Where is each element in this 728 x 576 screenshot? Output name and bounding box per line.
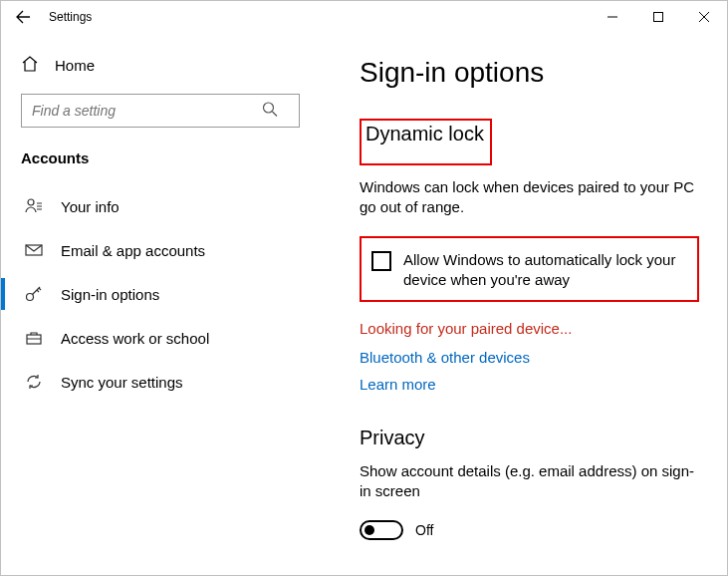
sync-icon [25, 373, 43, 391]
close-icon [699, 12, 709, 22]
home-icon [21, 55, 39, 76]
sidebar-item-label: Sync your settings [61, 374, 183, 391]
person-icon [25, 197, 43, 215]
pairing-status: Looking for your paired device... [360, 320, 699, 337]
search-input[interactable] [21, 94, 300, 128]
sidebar-item-label: Email & app accounts [61, 242, 205, 259]
search-wrap [21, 94, 328, 128]
sidebar: Home Accounts Your info Email & app [1, 33, 340, 575]
svg-rect-1 [654, 13, 663, 22]
privacy-toggle-row: Off [360, 520, 699, 540]
privacy-heading: Privacy [360, 427, 699, 449]
home-label: Home [55, 57, 95, 74]
window-controls [590, 1, 727, 33]
sidebar-item-signin[interactable]: Sign-in options [21, 272, 328, 316]
dynamic-lock-checkbox[interactable]: Allow Windows to automatically lock your… [371, 250, 687, 291]
highlight-dynamic-lock-checkbox: Allow Windows to automatically lock your… [360, 236, 699, 303]
settings-window: Settings Home [0, 0, 728, 576]
window-title: Settings [49, 10, 92, 24]
home-nav[interactable]: Home [21, 49, 328, 82]
learn-more-link[interactable]: Learn more [360, 376, 699, 393]
checkbox-label: Allow Windows to automatically lock your… [403, 250, 687, 291]
page-title: Sign-in options [360, 57, 699, 89]
mail-icon [25, 241, 43, 259]
sidebar-item-label: Access work or school [61, 330, 209, 347]
sidebar-item-email-app[interactable]: Email & app accounts [21, 228, 328, 272]
privacy-toggle[interactable] [360, 520, 403, 540]
sidebar-item-work-school[interactable]: Access work or school [21, 316, 328, 360]
content: Sign-in options Dynamic lock Windows can… [340, 33, 727, 575]
checkbox-icon [371, 251, 391, 271]
svg-point-8 [27, 294, 34, 301]
titlebar: Settings [1, 1, 727, 33]
highlight-dynamic-lock-heading: Dynamic lock [360, 119, 492, 165]
back-button[interactable] [13, 9, 33, 25]
bluetooth-link[interactable]: Bluetooth & other devices [360, 349, 699, 366]
sidebar-item-label: Sign-in options [61, 286, 159, 303]
maximize-icon [653, 12, 663, 22]
sidebar-item-sync[interactable]: Sync your settings [21, 360, 328, 404]
privacy-toggle-state: Off [415, 522, 433, 538]
sidebar-item-label: Your info [61, 198, 120, 215]
close-button[interactable] [681, 1, 727, 33]
dynamic-lock-description: Windows can lock when devices paired to … [360, 177, 699, 218]
minimize-icon [607, 12, 617, 22]
section-label: Accounts [21, 149, 328, 166]
back-arrow-icon [15, 9, 31, 25]
briefcase-icon [25, 329, 43, 347]
sidebar-item-your-info[interactable]: Your info [21, 184, 328, 228]
minimize-button[interactable] [590, 1, 635, 33]
svg-point-6 [28, 199, 34, 205]
dynamic-lock-heading: Dynamic lock [365, 123, 484, 145]
body: Home Accounts Your info Email & app [1, 33, 727, 575]
privacy-description: Show account details (e.g. email address… [360, 461, 699, 502]
maximize-button[interactable] [635, 1, 681, 33]
key-icon [25, 285, 43, 303]
